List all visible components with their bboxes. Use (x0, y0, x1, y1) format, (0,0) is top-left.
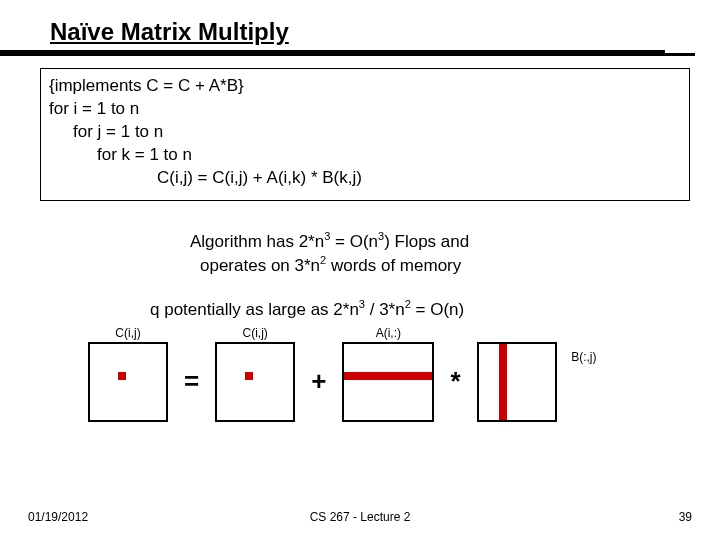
text: q potentially as large as 2*n (150, 300, 359, 319)
times-operator: * (446, 366, 464, 397)
matrix-element (118, 372, 126, 380)
equals-operator: = (180, 366, 203, 397)
text: = O(n) (411, 300, 464, 319)
code-line: for i = 1 to n (49, 98, 681, 121)
code-line: for k = 1 to n (49, 144, 681, 167)
code-line: {implements C = C + A*B} (49, 75, 681, 98)
matrix-col-strip (499, 344, 507, 420)
matrix-element (245, 372, 253, 380)
text: Algorithm has 2*n (190, 231, 324, 250)
code-line: C(i,j) = C(i,j) + A(i,k) * B(k,j) (49, 167, 681, 190)
text: operates on 3*n (200, 256, 320, 275)
matrix-label: C(i,j) (243, 326, 268, 340)
matrix-a: A(i,:) (342, 342, 434, 422)
matrix-c-left: C(i,j) (88, 342, 168, 422)
matrix-label: A(i,:) (376, 326, 401, 340)
text: words of memory (326, 256, 461, 275)
code-block: {implements C = C + A*B} for i = 1 to n … (40, 68, 690, 201)
matrix-label: C(i,j) (115, 326, 140, 340)
text: / 3*n (365, 300, 405, 319)
footer-lecture: CS 267 - Lecture 2 (310, 510, 411, 524)
footer-date: 01/19/2012 (28, 510, 88, 524)
slide-title: Naïve Matrix Multiply (0, 0, 665, 53)
plus-operator: + (307, 366, 330, 397)
q-text: q potentially as large as 2*n3 / 3*n2 = … (150, 298, 720, 320)
matrix-label: B(:,j) (571, 350, 596, 364)
code-line: for j = 1 to n (49, 121, 681, 144)
text: = O(n (330, 231, 378, 250)
matrix-c-right: C(i,j) (215, 342, 295, 422)
matrix-diagram: C(i,j) = C(i,j) + A(i,:) * B(:,j) (88, 342, 720, 422)
matrix-row-strip (344, 372, 432, 380)
matrix-b: B(:,j) (477, 342, 557, 422)
analysis-text: Algorithm has 2*n3 = O(n3) Flops and ope… (190, 229, 720, 278)
text: ) Flops and (384, 231, 469, 250)
footer-page-number: 39 (679, 510, 692, 524)
